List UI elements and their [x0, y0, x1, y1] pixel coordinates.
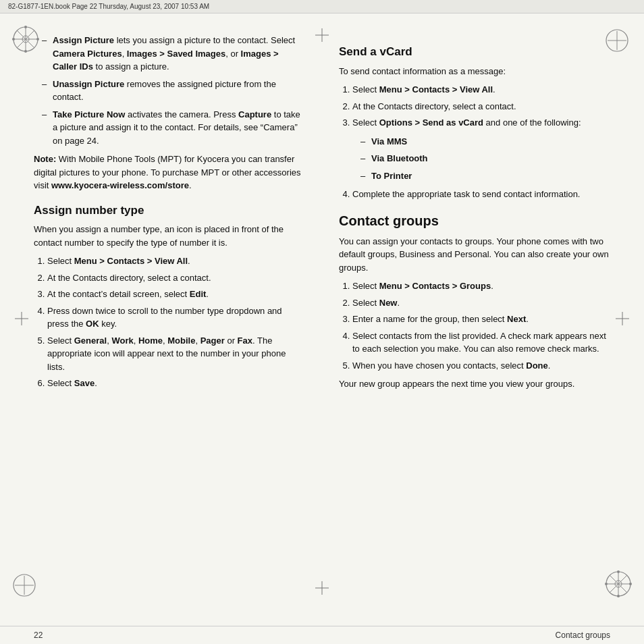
svg-point-6: [24, 26, 27, 28]
main-content: Assign Picture lets you assign a picture…: [0, 14, 644, 626]
content-area: Assign Picture lets you assign a picture…: [0, 14, 644, 626]
send-vcard-steps: Select Menu > Contacts > View All. At th…: [339, 83, 610, 130]
assign-step-2: At the Contacts directory, select a cont…: [47, 271, 305, 285]
groups-step-5: When you have chosen you contacts, selec…: [352, 359, 610, 373]
top-right-ornament: [605, 28, 629, 55]
bullet-unassign-picture-text: Unassign Picture removes the assigned pi…: [53, 79, 276, 103]
assign-step-1: Select Menu > Contacts > View All.: [47, 254, 305, 268]
assign-number-intro: When you assign a number type, an icon i…: [34, 223, 305, 249]
header-bar: 82-G1877-1EN.book Page 22 Thursday, Augu…: [0, 0, 644, 14]
assign-number-heading: Assign number type: [34, 202, 305, 219]
right-column: Send a vCard To send contact information…: [332, 34, 610, 396]
send-vcard-heading: Send a vCard: [339, 43, 610, 61]
groups-step-2: Select New.: [352, 296, 610, 310]
assign-number-steps: Select Menu > Contacts > View All. At th…: [34, 254, 305, 390]
svg-point-22: [617, 570, 620, 573]
page: 82-G1877-1EN.book Page 22 Thursday, Augu…: [0, 0, 644, 644]
bullet-take-picture: Take Picture Now activates the camera. P…: [45, 108, 305, 148]
assign-step-6: Select Save.: [47, 377, 305, 390]
contact-groups-footer: Your new group appears the next time you…: [339, 377, 610, 391]
left-column: Assign Picture lets you assign a picture…: [34, 34, 312, 396]
right-center-crosshair: [616, 312, 629, 328]
send-vcard-step-3: Select Options > Send as vCard and one o…: [352, 116, 610, 130]
two-column-layout: Assign Picture lets you assign a picture…: [34, 34, 610, 396]
send-vcard-options: Via MMS Via Bluetooth To Printer: [352, 135, 610, 183]
bullet-assign-picture-text: Assign Picture lets you assign a picture…: [53, 35, 295, 72]
bullet-assign-picture: Assign Picture lets you assign a picture…: [45, 34, 305, 74]
top-center-crosshair: [315, 28, 329, 45]
contact-groups-steps: Select Menu > Contacts > Groups. Select …: [339, 279, 610, 372]
bullet-list: Assign Picture lets you assign a picture…: [34, 34, 305, 147]
svg-point-24: [605, 583, 608, 585]
bottom-left-ornament: [12, 573, 36, 600]
send-vcard-intro: To send contact information as a message…: [339, 65, 610, 78]
send-vcard-step-4: Complete the appropriate task to send co…: [352, 188, 610, 201]
contact-groups-heading: Contact groups: [339, 211, 610, 231]
svg-point-7: [24, 50, 27, 53]
bullet-unassign-picture: Unassign Picture removes the assigned pi…: [45, 78, 305, 104]
svg-point-25: [629, 583, 632, 585]
send-vcard-step-2: At the Contacts directory, select a cont…: [352, 100, 610, 113]
contact-groups-intro: You can assign your contacts to groups. …: [339, 235, 610, 275]
top-left-ornament: [12, 26, 39, 55]
bottom-right-ornament: [605, 570, 632, 600]
option-via-bluetooth: Via Bluetooth: [363, 152, 610, 165]
option-via-mms: Via MMS: [363, 135, 610, 149]
send-vcard-step-1: Select Menu > Contacts > View All.: [352, 83, 610, 97]
option-to-printer: To Printer: [363, 169, 610, 183]
svg-point-8: [12, 38, 15, 41]
header-text: 82-G1877-1EN.book Page 22 Thursday, Augu…: [8, 3, 209, 10]
note-paragraph: Note: With Mobile Phone Tools (MPT) for …: [34, 153, 305, 192]
assign-step-4: Press down twice to scroll to the number…: [47, 304, 305, 331]
send-vcard-step4-list: Complete the appropriate task to send co…: [339, 188, 610, 201]
footer-section: Contact groups: [556, 630, 610, 640]
svg-point-9: [36, 38, 39, 41]
left-center-crosshair: [15, 312, 28, 328]
footer-page-number: 22: [34, 630, 43, 640]
assign-step-5: Select General, Work, Home, Mobile, Page…: [47, 334, 305, 374]
assign-step-3: At the contact’s detail screen, select E…: [47, 288, 305, 301]
groups-step-4: Select contacts from the list provided. …: [352, 329, 610, 356]
bullet-take-picture-text: Take Picture Now activates the camera. P…: [53, 109, 300, 146]
bottom-center-crosshair: [315, 581, 329, 597]
groups-step-3: Enter a name for the group, then select …: [352, 313, 610, 326]
groups-step-1: Select Menu > Contacts > Groups.: [352, 279, 610, 293]
svg-point-23: [617, 595, 620, 597]
content-wrapper: Assign Picture lets you assign a picture…: [0, 14, 644, 626]
footer-bar: 22 Contact groups: [0, 626, 644, 644]
